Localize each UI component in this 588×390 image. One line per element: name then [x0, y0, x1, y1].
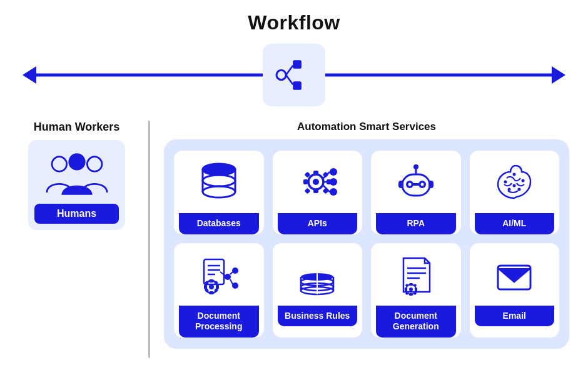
svg-point-63 [232, 268, 238, 274]
svg-rect-84 [409, 283, 413, 286]
svg-rect-87 [415, 288, 417, 291]
service-card-databases: Databases [174, 151, 264, 234]
svg-point-44 [522, 179, 525, 182]
svg-rect-37 [412, 183, 420, 186]
rpa-label: RPA [376, 213, 456, 234]
databases-icon [194, 159, 244, 207]
page-title: Workflow [0, 0, 588, 34]
svg-point-5 [52, 157, 67, 172]
svg-rect-24 [305, 188, 311, 194]
email-label: Email [475, 306, 555, 327]
svg-point-39 [413, 164, 418, 169]
service-card-apis: APIs [273, 151, 363, 234]
right-panel: Automation Smart Services [164, 121, 569, 349]
document-processing-label: DocumentProcessing [179, 306, 259, 338]
svg-point-28 [330, 188, 337, 196]
service-card-business-rules: Business Rules [273, 243, 363, 338]
aiml-icon [489, 159, 539, 207]
svg-point-47 [513, 184, 516, 188]
svg-point-43 [513, 173, 516, 176]
svg-rect-57 [216, 284, 219, 289]
main-layout: Human Workers Humans Au [0, 121, 588, 358]
svg-point-0 [276, 70, 286, 79]
svg-point-42 [504, 181, 507, 184]
svg-rect-85 [409, 293, 413, 296]
svg-rect-20 [303, 179, 308, 184]
svg-rect-86 [405, 288, 407, 291]
svg-point-35 [408, 183, 411, 186]
svg-rect-54 [209, 279, 213, 282]
humans-label: Humans [34, 204, 119, 224]
svg-point-45 [518, 188, 521, 191]
svg-rect-4 [293, 81, 302, 90]
apis-label: APIs [278, 213, 358, 234]
svg-rect-3 [293, 60, 302, 69]
document-generation-icon [391, 252, 441, 299]
svg-rect-55 [209, 291, 213, 294]
service-card-document-processing: DocumentProcessing [174, 243, 264, 338]
business-rules-label: Business Rules [278, 306, 358, 327]
svg-point-17 [313, 179, 319, 185]
svg-point-7 [68, 153, 85, 170]
left-panel: Human Workers Humans [19, 121, 134, 230]
arrow-left-icon [23, 66, 36, 84]
document-generation-label: DocumentGeneration [376, 306, 456, 338]
svg-rect-90 [413, 283, 417, 287]
svg-rect-40 [398, 181, 403, 188]
services-grid: Databases [174, 151, 559, 338]
svg-point-53 [209, 284, 214, 289]
svg-point-6 [87, 157, 102, 172]
humans-box: Humans [28, 140, 125, 230]
humans-icon [46, 149, 108, 199]
automation-title: Automation Smart Services [164, 121, 569, 133]
svg-rect-18 [313, 171, 318, 175]
service-card-aiml: AI/ML [470, 151, 560, 234]
svg-point-46 [508, 188, 511, 191]
svg-rect-41 [428, 181, 433, 188]
humans-svg [46, 146, 108, 202]
workflow-arrow-row [0, 41, 588, 109]
svg-point-64 [232, 282, 238, 289]
document-processing-icon [194, 252, 244, 299]
arrow-right-icon [552, 66, 565, 84]
svg-line-2 [286, 75, 293, 84]
service-card-document-generation: DocumentGeneration [371, 243, 461, 338]
svg-point-11 [203, 175, 235, 186]
svg-point-27 [330, 178, 337, 186]
svg-line-67 [230, 279, 233, 284]
service-card-rpa: RPA [371, 151, 461, 234]
svg-rect-56 [204, 284, 207, 289]
vertical-divider [148, 121, 150, 358]
svg-rect-88 [405, 283, 408, 287]
svg-point-26 [330, 168, 337, 176]
email-icon [489, 252, 539, 299]
svg-point-36 [420, 183, 423, 186]
service-card-email: Email [470, 243, 560, 338]
svg-point-15 [203, 164, 235, 175]
svg-point-83 [409, 288, 413, 291]
aiml-label: AI/ML [475, 213, 555, 234]
svg-point-62 [225, 274, 231, 280]
svg-point-14 [203, 186, 235, 198]
workflow-icon-box [263, 44, 325, 106]
databases-label: Databases [179, 213, 259, 234]
svg-line-1 [286, 66, 293, 75]
business-rules-icon [292, 252, 342, 299]
svg-line-66 [230, 272, 233, 274]
svg-rect-19 [313, 189, 318, 193]
workflow-icon [273, 54, 315, 96]
rpa-icon [391, 159, 441, 207]
human-workers-title: Human Workers [34, 121, 120, 134]
services-grid-outer: Databases [164, 139, 569, 349]
apis-icon [292, 159, 342, 207]
